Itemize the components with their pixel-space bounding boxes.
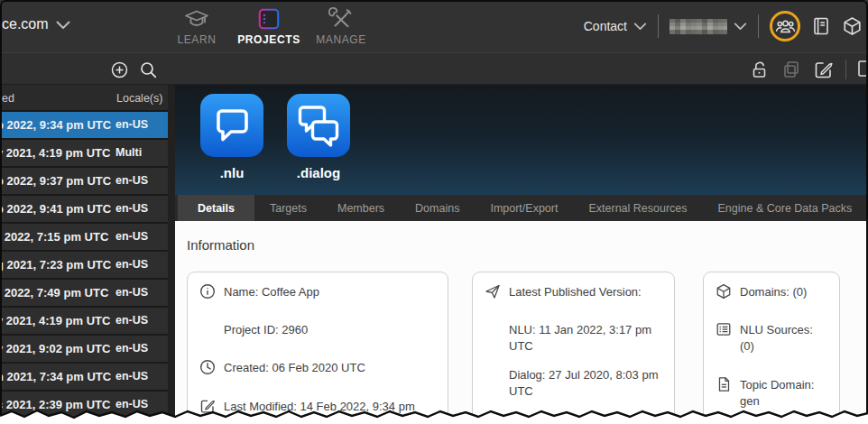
topic-domain: Topic Domain: gen: [740, 377, 828, 410]
tab-import-export[interactable]: Import/Export: [475, 195, 573, 221]
table-row[interactable]: g 2021, 7:23 pm UTC en-US: [0, 252, 168, 280]
tab-members[interactable]: Members: [322, 195, 400, 221]
modified-cell: g 2021, 7:23 pm UTC: [0, 258, 111, 272]
locale-cell: en-US: [115, 230, 148, 243]
tab-engine-core-data-packs[interactable]: Engine & Core Data Packs: [703, 195, 868, 221]
info-icon: [199, 283, 216, 300]
nav-learn[interactable]: LEARN: [161, 4, 233, 46]
divider: [168, 85, 175, 424]
table-row[interactable]: r 2022, 7:49 pm UTC en-US: [0, 280, 168, 308]
tab-targets[interactable]: Targets: [254, 195, 322, 221]
add-icon[interactable]: [111, 61, 128, 78]
section-title: Information: [187, 237, 254, 253]
card-item: Dialog: 27 Jul 2020, 8:03 pm UTC: [485, 367, 663, 400]
tab-details[interactable]: Details: [178, 195, 254, 221]
projects-list-icon: [256, 7, 282, 31]
project-id: Project ID: 2960: [224, 322, 308, 338]
table-row[interactable]: n 2021, 7:34 pm UTC en-US: [0, 364, 168, 392]
tab-external-resources[interactable]: External Resources: [573, 195, 702, 221]
nlu-app-label: .nlu: [220, 165, 245, 180]
channels-count: Channels: (2): [509, 411, 579, 424]
domains-count: Domains: (0): [740, 284, 807, 300]
copy-icon[interactable]: [781, 60, 801, 79]
contact-label: Contact: [584, 19, 627, 33]
book-icon[interactable]: [811, 16, 831, 36]
unlock-icon[interactable]: [750, 60, 770, 79]
modified-cell: r 2022, 7:15 pm UTC: [0, 230, 108, 244]
table-row[interactable]: b 2022, 9:41 pm UTC en-US: [0, 196, 168, 224]
document-icon: [716, 376, 732, 392]
contact-menu[interactable]: Contact: [584, 19, 647, 33]
nav-projects[interactable]: PROJECTS: [233, 4, 305, 46]
modified-cell: r 2022, 7:49 pm UTC: [0, 286, 108, 300]
projects-sidebar: ed Locale(s) b 2022, 9:34 pm UTC en-US v…: [0, 85, 168, 424]
dialog-app-icon: [287, 94, 350, 157]
tools-icon: [328, 7, 354, 31]
nav-manage-label: MANAGE: [316, 33, 366, 46]
app-window: ce.com LEARN: [0, 0, 868, 424]
locale-cell: en-US: [115, 174, 148, 187]
search-icon[interactable]: [140, 61, 157, 78]
group-icon[interactable]: [775, 16, 796, 36]
nlu-published-version: NLU: 11 Jan 2022, 3:17 pm UTC: [509, 322, 651, 355]
org-name: ce.com: [2, 16, 49, 32]
locale-cell: en-US: [115, 314, 148, 327]
table-row[interactable]: r 2022, 7:15 pm UTC en-US: [0, 224, 168, 252]
tab-domains[interactable]: Domains: [400, 195, 475, 221]
column-locales[interactable]: Locale(s): [116, 92, 162, 105]
graduation-cap-icon: [184, 7, 209, 31]
user-menu[interactable]: [669, 19, 747, 34]
nav-projects-label: PROJECTS: [237, 33, 300, 46]
table-row[interactable]: v 2021, 4:19 pm UTC Multi: [0, 140, 168, 168]
top-bar-right: Contact: [584, 0, 863, 52]
locale-cell: en-US: [115, 118, 148, 131]
table-row[interactable]: c 2021, 2:39 pm UTC en-US: [0, 392, 168, 419]
card-item: Domains: (0): [716, 284, 828, 300]
card-item: Channels: (2): [485, 411, 663, 424]
org-switcher[interactable]: ce.com: [2, 16, 70, 32]
card-item: NLU: 11 Jan 2022, 3:17 pm UTC: [485, 322, 663, 355]
top-bar: ce.com LEARN: [0, 0, 868, 52]
divider: [758, 14, 759, 38]
edit-icon[interactable]: [813, 60, 834, 80]
modified-cell: n 2021, 7:34 pm UTC: [0, 370, 111, 383]
document-icon: [858, 59, 868, 78]
table-row[interactable]: v 2021, 4:19 pm UTC en-US: [0, 308, 168, 336]
clipped-toolbar-icon[interactable]: [858, 59, 868, 80]
project-banner: .nlu .dialog: [175, 85, 868, 195]
last-modified: Last Modified: 14 Feb 2022, 9:34 pm UTC: [224, 399, 437, 424]
column-modified[interactable]: ed: [2, 92, 14, 105]
main-nav: LEARN PROJECTS: [161, 4, 377, 46]
project-actions-toolbar: [750, 53, 868, 86]
table-row[interactable]: b 2022, 9:34 pm UTC en-US: [0, 112, 168, 140]
project-name: Name: Coffee App: [224, 284, 319, 300]
card-item: NLU Sources: (0): [716, 322, 828, 355]
locale-cell: en-US: [115, 202, 148, 215]
chevron-down-icon: [56, 21, 70, 29]
cube-icon[interactable]: [842, 16, 863, 36]
nlu-app[interactable]: .nlu: [200, 94, 263, 180]
list-icon: [716, 321, 732, 337]
table-row[interactable]: y 2021, 9:02 pm UTC en-US: [0, 336, 168, 364]
clock-icon: [199, 359, 216, 375]
table-row[interactable]: b 2022, 9:37 pm UTC en-US: [0, 168, 168, 196]
send-icon: [485, 283, 501, 300]
project-list-toolbar: [0, 53, 168, 86]
modified-cell: v 2021, 4:19 pm UTC: [0, 314, 110, 327]
card-item: Created: 06 Feb 2020 UTC: [199, 360, 437, 376]
dialog-published-version: Dialog: 27 Jul 2020, 8:03 pm UTC: [509, 367, 659, 400]
modified-cell: b 2022, 9:37 pm UTC: [0, 174, 111, 188]
toolbar-strip: [0, 52, 868, 85]
latest-published-label: Latest Published Version:: [509, 284, 642, 300]
edit-icon: [199, 398, 216, 414]
dialog-app[interactable]: .dialog: [287, 94, 350, 180]
locale-cell: en-US: [115, 258, 148, 271]
modified-cell: v 2021, 4:19 pm UTC: [0, 146, 110, 160]
locale-cell: en-US: [115, 342, 148, 355]
card-item: Name: Coffee App: [199, 284, 437, 300]
chevron-down-icon: [734, 23, 747, 30]
nav-manage[interactable]: MANAGE: [305, 4, 377, 46]
user-name-redacted: [669, 19, 727, 34]
modified-cell: c 2021, 2:39 pm UTC: [0, 398, 110, 411]
locale-cell: en-US: [115, 370, 148, 383]
